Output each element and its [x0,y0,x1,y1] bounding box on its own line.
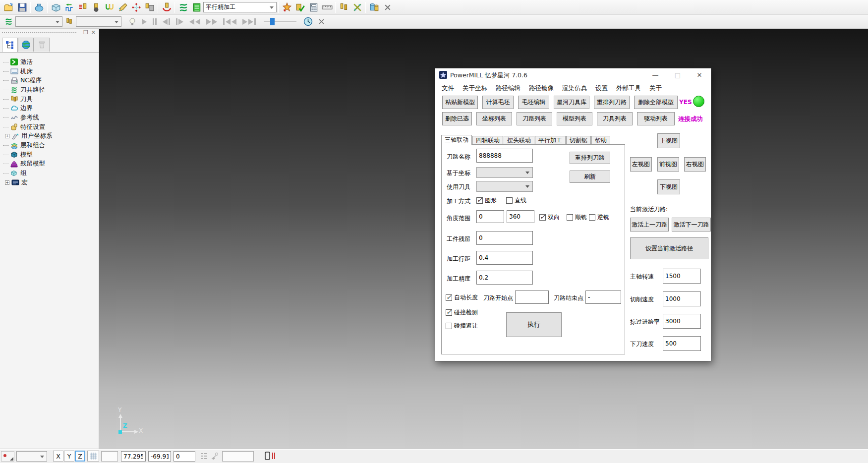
fast-forward-icon[interactable] [206,19,217,25]
calculator-icon[interactable] [307,1,320,14]
tab-parallel[interactable]: 平行加工 [535,136,566,145]
toolbar-close-icon[interactable] [315,15,328,28]
play-icon[interactable] [142,19,147,25]
sidebar-item-toolpaths[interactable]: 刀具路径 [3,85,97,95]
toolpath-list-icon[interactable] [190,1,203,14]
cursor-y-input[interactable] [148,451,171,462]
tolerance-input[interactable] [476,271,533,285]
delete-selected-button[interactable]: 删除已选 [442,112,472,125]
grid-toggle-button[interactable] [87,451,99,462]
sidebar-item-activate[interactable]: 激活 [3,58,97,67]
base-coord-select[interactable] [476,167,533,178]
tool-list-button[interactable]: 刀具列表 [597,112,633,125]
leads-links-icon[interactable] [103,1,116,14]
sim-toolpath-combobox[interactable] [15,16,62,27]
start-point-input[interactable] [515,290,549,304]
sidebar-item-ncprogram[interactable]: NC程序 [3,76,97,85]
ncprogram-star-icon[interactable] [280,1,293,14]
mode-circle-checkbox[interactable]: 圆形 [476,196,497,205]
drive-list-button[interactable]: 驱动列表 [637,112,675,125]
toolpath-name-input[interactable] [476,149,533,163]
sidebar-item-feature-sets[interactable]: 特征设置 [3,122,97,132]
angle-to-input[interactable] [507,210,534,223]
axis-x-button[interactable]: X [53,451,63,462]
ruler-icon[interactable] [320,1,334,14]
sidebar-item-machine[interactable]: 机床 [3,67,97,76]
panel-drag-grip[interactable] [2,32,76,33]
view-right-button[interactable]: 右视图 [684,157,706,172]
stepover-input[interactable] [476,251,533,265]
close-button[interactable]: ✕ [694,71,704,79]
clock-icon[interactable] [301,15,315,28]
strategy-preset-combobox[interactable]: 平行精加工 [203,2,277,12]
skim-feed-input[interactable] [663,314,701,329]
tool-holder-icon[interactable] [160,1,173,14]
go-to-end-icon[interactable] [242,18,256,25]
mode-line-checkbox[interactable]: 直线 [506,196,526,205]
activate-next-button[interactable]: 激活下一刀路 [672,218,711,232]
sim-speed-slider[interactable] [264,21,296,22]
sidebar-item-models[interactable]: 模型 [3,150,97,160]
status-combobox[interactable] [16,451,47,462]
refresh-button[interactable]: 刷新 [570,171,610,183]
tool-delete-icon[interactable] [143,1,156,14]
sidebar-item-patterns[interactable]: 参考线 [3,113,97,122]
cursor-x-input[interactable] [121,451,146,462]
sidebar-item-tools[interactable]: 刀具 [3,95,97,104]
toolbar-close-icon[interactable] [381,1,394,14]
go-to-start-icon[interactable] [223,18,236,25]
xyz-list-icon[interactable] [200,452,208,462]
rearrange-button[interactable]: 重排列刀路 [570,152,610,164]
collision-avoid-checkbox[interactable]: 碰撞避让 [446,322,478,330]
axis-z-button[interactable]: Z [75,451,85,462]
maximize-button[interactable]: □ [673,71,683,79]
collision-check-checkbox[interactable]: 碰撞检测 [446,308,478,317]
save-icon[interactable] [15,1,29,14]
view-left-button[interactable]: 左视图 [630,157,652,172]
set-active-path-button[interactable]: 设置当前激活路径 [630,237,708,259]
tool-pair-icon[interactable] [337,1,350,14]
menu-render-sim[interactable]: 渲染仿真 [562,84,587,93]
tool-library-button[interactable]: 星河刀具库 [554,96,589,109]
probe-axis-icon[interactable] [211,452,220,462]
minimize-button[interactable]: — [650,71,660,79]
execute-button[interactable]: 执行 [506,312,562,337]
edit-axes-icon[interactable] [116,1,129,14]
sidebar-tab-recycle-bin[interactable] [34,38,50,52]
tab-help[interactable]: 帮助 [591,136,610,145]
sidebar-item-workplanes[interactable]: +用户坐标系 [3,132,97,141]
print-icon[interactable] [32,1,46,14]
tab-head-tilt[interactable]: 摆头联动 [504,136,534,145]
panel-close-icon[interactable]: ✕ [91,29,96,36]
sidebar-item-boundaries[interactable]: 边界 [3,104,97,113]
tab-3axis[interactable]: 三轴联动 [441,135,472,145]
menu-path-edit[interactable]: 路径编辑 [496,84,521,93]
menu-path-mirror[interactable]: 路径镜像 [529,84,554,93]
menu-file[interactable]: 文件 [442,84,454,93]
axis-y-button[interactable]: Y [64,451,74,462]
sidebar-tab-explorer[interactable] [2,38,18,53]
tab-4axis[interactable]: 四轴联动 [472,136,503,145]
delete-all-models-button[interactable]: 删除全部模型 [634,96,678,109]
sidebar-item-levels[interactable]: 层和组合 [3,141,97,150]
step-back-icon[interactable] [163,18,170,25]
view-top-button[interactable]: 上视图 [657,133,680,148]
sidebar-tab-world[interactable] [18,38,34,52]
step-forward-icon[interactable] [176,18,183,25]
climb-mill-checkbox[interactable]: 顺铣 [567,213,587,222]
pause-icon[interactable] [153,18,157,25]
edit-block-button[interactable]: 毛坯编辑 [518,96,549,109]
view-bottom-button[interactable]: 下视图 [657,179,680,194]
menu-external-tools[interactable]: 外部工具 [616,84,641,93]
slider-handle[interactable] [270,18,275,25]
open-icon[interactable] [2,1,15,14]
sidebar-item-macros[interactable]: +宏 [3,178,97,187]
paste-model-button[interactable]: 粘贴新模型 [442,96,478,109]
rewind-icon[interactable] [189,19,200,25]
coord-list-button[interactable]: 坐标列表 [476,112,512,125]
menu-about[interactable]: 关于 [649,84,662,93]
menu-coords[interactable]: 关于坐标 [463,84,487,93]
cursor-z-input[interactable] [174,451,195,462]
sidebar-item-groups[interactable]: 组 [3,169,97,178]
panel-float-icon[interactable]: ❐ [83,29,88,36]
